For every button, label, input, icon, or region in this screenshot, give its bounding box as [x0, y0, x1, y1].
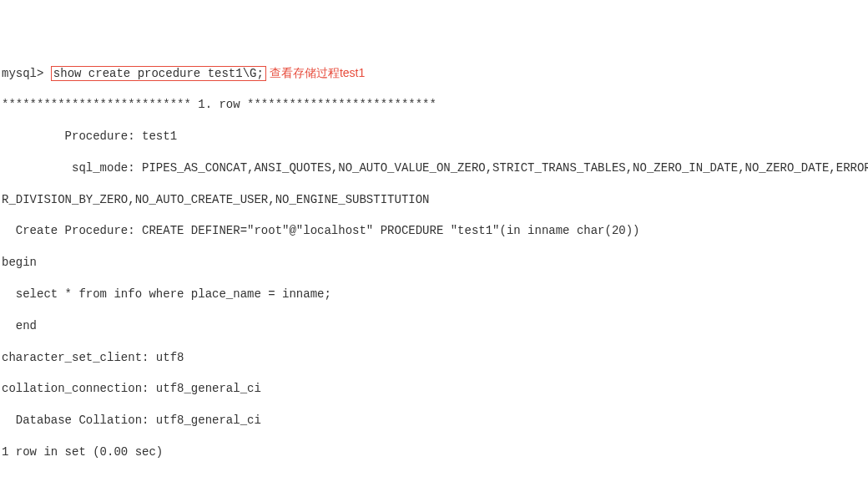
sqlmode-line2: R_DIVISION_BY_ZERO,NO_AUTO_CREATE_USER,N…	[2, 192, 866, 208]
database-collation: Database Collation: utf8_general_ci	[2, 413, 866, 429]
procedure-label: Procedure: test1	[2, 129, 866, 145]
body-select: select * from info where place_name = in…	[2, 287, 866, 302]
row-separator: *************************** 1. row *****…	[2, 97, 866, 113]
sqlmode-line1: sql_mode: PIPES_AS_CONCAT,ANSI_QUOTES,NO…	[2, 160, 866, 176]
body-end: end	[2, 318, 866, 334]
annotation-1: 查看存储过程test1	[270, 66, 365, 79]
collation-connection: collation_connection: utf8_general_ci	[2, 381, 866, 397]
command-1: show create procedure test1\G;	[51, 66, 266, 81]
body-begin: begin	[2, 255, 866, 271]
rows-in-set: 1 row in set (0.00 sec)	[2, 444, 866, 460]
charset-client: character_set_client: utf8	[2, 350, 866, 366]
cmd-line-1[interactable]: mysql> show create procedure test1\G;查看存…	[2, 65, 866, 82]
create-procedure-line: Create Procedure: CREATE DEFINER="root"@…	[2, 223, 866, 239]
mysql-prompt: mysql>	[2, 67, 43, 80]
